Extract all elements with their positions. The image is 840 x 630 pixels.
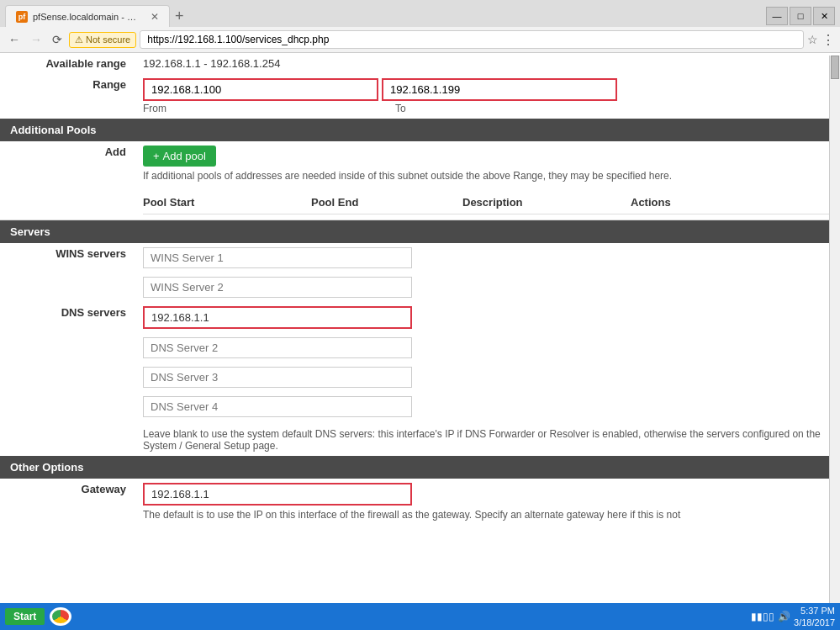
additional-pools-header: Additional Pools (0, 119, 840, 141)
volume-icon: 🔊 (778, 611, 790, 622)
dns1-cell (135, 302, 840, 333)
security-badge: ⚠ Not secure (69, 32, 136, 48)
dns3-input[interactable] (143, 367, 412, 388)
range-labels: From To (143, 103, 832, 114)
available-range-row: Available range 192.168.1.1 - 192.168.1.… (0, 53, 840, 74)
tab-close-button[interactable]: ✕ (151, 11, 159, 23)
other-options-header: Other Options (0, 456, 840, 479)
range-inputs (143, 78, 832, 101)
add-pool-cell: + Add pool If additional pools of addres… (135, 141, 840, 186)
empty-label (0, 186, 135, 220)
taskbar-right: ▮▮▯▯ 🔊 5:37 PM 3/18/2017 (751, 605, 835, 629)
address-bar: ← → ⟳ ⚠ Not secure ☆ ⋮ (0, 27, 840, 53)
available-range-label: Available range (0, 53, 135, 74)
time-display: 5:37 PM (794, 605, 835, 617)
range-from-input[interactable] (143, 78, 378, 101)
pool-headers-cell: Pool Start Pool End Description Actions (135, 186, 840, 220)
dns2-input[interactable] (143, 337, 412, 358)
browser-tab[interactable]: pf pfSense.localdomain - Ser... ✕ (5, 5, 170, 27)
gateway-input[interactable] (143, 483, 412, 506)
new-tab-button[interactable]: + (170, 8, 189, 25)
star-icon[interactable]: ☆ (807, 33, 818, 46)
taskbar: Start ▮▮▯▯ 🔊 5:37 PM 3/18/2017 (0, 603, 840, 630)
maximize-button[interactable]: □ (790, 7, 811, 25)
scrollbar-thumb[interactable] (831, 56, 839, 79)
gateway-label: Gateway (0, 479, 135, 525)
taskbar-left: Start (5, 607, 71, 626)
dns-servers-row: DNS servers (0, 302, 840, 333)
dns4-input[interactable] (143, 396, 412, 417)
wins1-input[interactable] (143, 247, 412, 268)
warning-icon: ⚠ (75, 34, 83, 45)
wins2-input[interactable] (143, 277, 412, 298)
dns2-cell (135, 333, 840, 363)
gateway-row: Gateway The default is to use the IP on … (0, 479, 840, 525)
tab-favicon: pf (16, 11, 28, 23)
dns-help-text: Leave blank to use the system default DN… (143, 428, 832, 452)
wins-servers-row: WINS servers (0, 243, 840, 273)
chrome-taskbar-icon[interactable] (50, 607, 71, 626)
wins-label: WINS servers (0, 243, 135, 273)
available-range-value: 192.168.1.1 - 192.168.1.254 (135, 53, 840, 74)
start-button[interactable]: Start (5, 608, 45, 625)
col-actions: Actions (631, 191, 832, 214)
dns-label: DNS servers (0, 302, 135, 333)
range-row: Range From To (0, 74, 840, 119)
dns-help-row: Leave blank to use the system default DN… (0, 421, 840, 456)
dns-help-cell: Leave blank to use the system default DN… (135, 421, 840, 456)
reload-button[interactable]: ⟳ (49, 31, 66, 48)
col-description: Description (462, 191, 631, 214)
form-table: Available range 192.168.1.1 - 192.168.1.… (0, 53, 840, 525)
range-inputs-cell: From To (135, 74, 840, 119)
wins-inputs-cell (135, 243, 840, 273)
dns4-cell (135, 392, 840, 421)
menu-icon[interactable]: ⋮ (822, 32, 835, 48)
wins2-row (0, 273, 840, 302)
plus-icon: + (153, 150, 160, 162)
to-label: To (395, 103, 406, 114)
other-options-header-row: Other Options (0, 456, 840, 479)
dns-help-empty (0, 421, 135, 456)
dns3-row (0, 363, 840, 392)
range-label: Range (0, 74, 135, 119)
minimize-button[interactable]: — (766, 7, 788, 25)
servers-header-row: Servers (0, 220, 840, 244)
dns3-cell (135, 363, 840, 392)
forward-button[interactable]: → (27, 31, 45, 48)
dns3-empty-label (0, 363, 135, 392)
add-pool-button[interactable]: + Add pool (143, 146, 216, 167)
add-label: Add (0, 141, 135, 186)
range-to-input[interactable] (382, 78, 617, 101)
address-icons: ☆ ⋮ (807, 32, 835, 48)
col-pool-end: Pool End (311, 191, 462, 214)
add-pool-description: If additional pools of addresses are nee… (143, 170, 832, 182)
dns2-empty-label (0, 333, 135, 363)
col-pool-start: Pool Start (143, 191, 311, 214)
pool-headers-row: Pool Start Pool End Description Actions (0, 186, 840, 220)
dns2-row (0, 333, 840, 363)
servers-header: Servers (0, 220, 840, 243)
dns4-empty-label (0, 392, 135, 421)
wins2-empty-label (0, 273, 135, 302)
time-date-display: 5:37 PM 3/18/2017 (794, 605, 835, 629)
dns1-input[interactable] (143, 306, 412, 329)
gateway-help-text: The default is to use the IP on this int… (143, 509, 832, 521)
scrollbar[interactable] (829, 56, 840, 603)
from-label: From (143, 103, 378, 114)
url-input[interactable] (140, 30, 804, 49)
add-pool-label: Add pool (163, 150, 206, 162)
window-controls: — □ ✕ (766, 7, 835, 25)
dns4-row (0, 392, 840, 421)
network-icon: ▮▮▯▯ (751, 611, 774, 622)
system-tray-icons: ▮▮▯▯ 🔊 (751, 611, 790, 622)
wins2-cell (135, 273, 840, 302)
security-label: Not secure (86, 34, 130, 45)
close-button[interactable]: ✕ (813, 7, 835, 25)
tab-title: pfSense.localdomain - Ser... (33, 12, 142, 22)
tab-bar: pf pfSense.localdomain - Ser... ✕ + — □ … (0, 0, 840, 27)
back-button[interactable]: ← (5, 31, 24, 48)
page-content: Available range 192.168.1.1 - 192.168.1.… (0, 53, 840, 601)
add-pool-row: Add + Add pool If additional pools of ad… (0, 141, 840, 186)
date-display: 3/18/2017 (794, 617, 835, 628)
additional-pools-header-row: Additional Pools (0, 119, 840, 141)
